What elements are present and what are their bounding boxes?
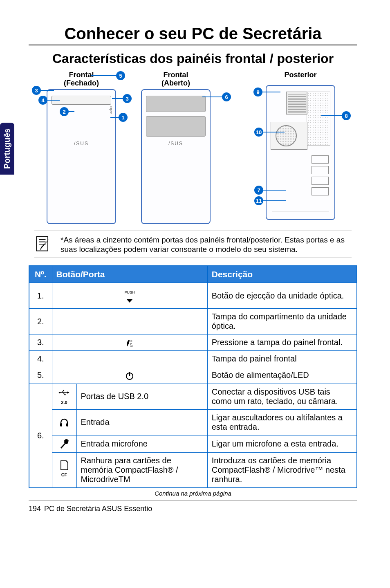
col-num-header: Nº. xyxy=(29,266,52,283)
asus-logo: /SUS xyxy=(47,141,115,146)
psu-fan-icon xyxy=(276,125,297,146)
press-panel-icon: Open xyxy=(126,339,133,347)
row-icon xyxy=(52,409,76,435)
asus-logo: /SUS xyxy=(142,141,210,146)
note-rule xyxy=(34,258,352,258)
svg-marker-4 xyxy=(127,299,132,303)
push-icon-label: PUSH xyxy=(125,290,135,294)
case-front-open: /SUS xyxy=(141,89,211,224)
callout-8: 8 xyxy=(342,111,351,120)
note-block: *As áreas a cinzento contém portas dos p… xyxy=(34,231,352,255)
svg-marker-12 xyxy=(67,391,69,394)
callout-line xyxy=(262,92,280,92)
grey-area-bottom xyxy=(146,116,206,137)
row-sub-label: Entrada xyxy=(76,409,207,435)
row-button xyxy=(52,351,207,367)
rear-vent xyxy=(307,92,330,146)
usb-icon xyxy=(58,389,70,396)
row-desc: Botão de ejecção da unidade óptica. xyxy=(207,283,357,309)
callout-7: 7 xyxy=(254,186,263,195)
row-button: Open xyxy=(52,334,207,351)
panels-row: Frontal (Fechado) Open /SUS 5 3 3 4 2 1 … xyxy=(34,71,352,224)
expansion-slot xyxy=(312,187,329,195)
table-row: 3. Open Pressione a tampa do painel fron… xyxy=(29,334,357,351)
callout-line xyxy=(202,97,223,97)
expansion-slot xyxy=(312,177,329,185)
callout-5: 5 xyxy=(116,71,125,80)
callout-3-left: 3 xyxy=(32,86,41,95)
spec-table: Nº. Botão/Porta Descrição 1. PUSH Botão … xyxy=(29,265,357,488)
svg-rect-17 xyxy=(60,423,62,426)
callout-line xyxy=(91,75,116,76)
row-num: 1. xyxy=(29,283,52,309)
case-rear xyxy=(266,85,335,220)
callout-6: 6 xyxy=(222,92,231,101)
row-desc: Tampa do painel frontal xyxy=(207,351,357,367)
row-num: 2. xyxy=(29,309,52,334)
headphone-icon xyxy=(59,417,69,427)
callout-line xyxy=(263,200,286,201)
callout-11: 11 xyxy=(254,196,263,205)
usb-version-badge: 2.0 xyxy=(61,400,67,405)
svg-line-20 xyxy=(61,444,65,448)
col-desc-header: Descrição xyxy=(207,266,357,283)
power-icon xyxy=(125,371,134,380)
page-title: Conhecer o seu PC de Secretária xyxy=(29,25,357,43)
page-number: 194 xyxy=(29,505,41,513)
row-sub-label: Portas de USB 2.0 xyxy=(76,384,207,409)
row-button: PUSH xyxy=(52,283,207,309)
row-button xyxy=(52,367,207,384)
svg-rect-18 xyxy=(66,423,68,426)
callout-4: 4 xyxy=(38,96,47,105)
note-text: *As áreas a cinzento contém portas dos p… xyxy=(61,235,352,255)
table-row: 2. Tampa do compartimento da unidade ópt… xyxy=(29,309,357,334)
panel-front-open-label: Frontal (Aberto) xyxy=(161,71,190,88)
panel-front-closed-label: Frontal (Fechado) xyxy=(64,71,99,88)
table-row: 1. PUSH Botão de ejecção da unidade ópti… xyxy=(29,283,357,309)
row-icon: 2.0 xyxy=(52,384,76,409)
page-footer: 194 PC de Secretária ASUS Essentio xyxy=(29,500,357,513)
document-page: Português Conhecer o seu PC de Secretári… xyxy=(0,0,390,525)
row-sub-label: Ranhura para cartões de memória CompactF… xyxy=(76,452,207,488)
row-button xyxy=(52,309,207,334)
svg-text:en: en xyxy=(130,345,133,347)
row-num: 6. xyxy=(29,384,52,487)
table-row: 6. 2.0 Portas de USB 2.0 Conectar a disp… xyxy=(29,384,357,409)
footer-product: PC de Secretária ASUS Essentio xyxy=(44,505,152,513)
row-num: 5. xyxy=(29,367,52,384)
table-row: 5. Botão de alimentação/LED xyxy=(29,367,357,384)
table-header-row: Nº. Botão/Porta Descrição xyxy=(29,266,357,283)
row-desc: Conectar a dispositivos USB tais como um… xyxy=(207,384,357,409)
rear-io-shield xyxy=(286,92,307,114)
table-row: Entrada Ligar auscultadores ou altifalan… xyxy=(29,409,357,435)
panel-front-closed: Frontal (Fechado) Open /SUS 5 3 3 4 2 1 xyxy=(34,71,116,224)
callout-line xyxy=(47,100,60,101)
row-desc: Ligar um microfone a esta entrada. xyxy=(207,435,357,452)
row-sub-label: Entrada microfone xyxy=(76,435,207,452)
callout-line xyxy=(263,132,285,132)
row-desc: Pressione a tampa do painel frontal. xyxy=(207,334,357,351)
compactflash-icon xyxy=(60,460,69,471)
eject-icon xyxy=(127,299,132,303)
row-desc: Ligar auscultadores ou altifalantes a es… xyxy=(207,409,357,435)
table-row: 4. Tampa do painel frontal xyxy=(29,351,357,367)
continued-note: Continua na próxima página xyxy=(29,490,357,497)
odd-bay xyxy=(52,96,111,105)
svg-rect-14 xyxy=(63,390,64,391)
microphone-icon xyxy=(59,439,69,449)
open-hint-icon: Open xyxy=(109,106,113,114)
col-btn-header: Botão/Porta xyxy=(52,266,207,283)
callout-3-right: 3 xyxy=(123,94,132,103)
table-row: CF Ranhura para cartões de memória Compa… xyxy=(29,452,357,488)
expansion-slot xyxy=(312,166,329,174)
note-icon xyxy=(34,235,52,253)
row-num: 3. xyxy=(29,334,52,351)
callout-1: 1 xyxy=(119,113,128,122)
language-tab: Português xyxy=(0,123,14,175)
callout-9: 9 xyxy=(253,88,262,97)
row-num: 4. xyxy=(29,351,52,367)
callout-line xyxy=(69,111,74,112)
row-icon: CF xyxy=(52,452,76,488)
row-desc: Botão de alimentação/LED xyxy=(207,367,357,384)
callout-line xyxy=(321,115,343,116)
